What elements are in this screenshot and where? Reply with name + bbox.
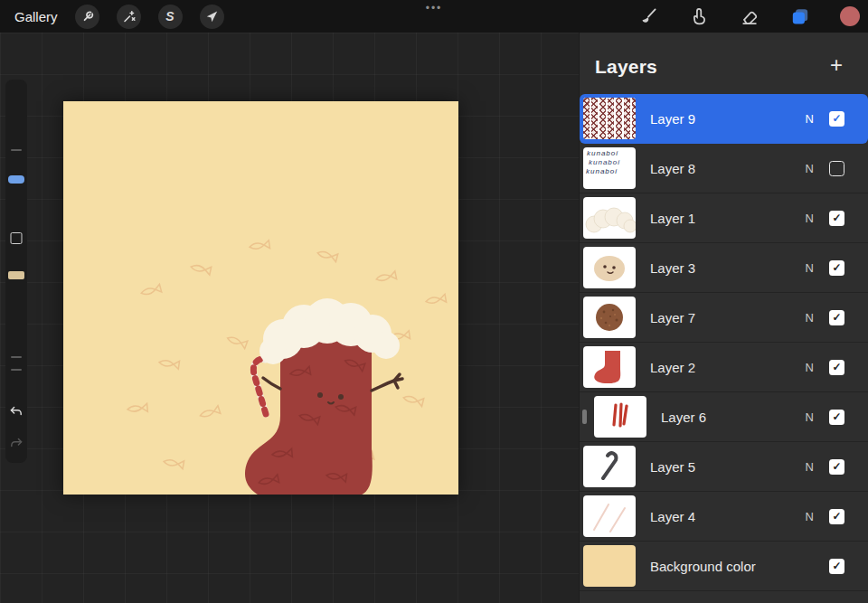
layer-name: Layer 9 bbox=[650, 111, 695, 127]
selection-button[interactable]: S bbox=[158, 5, 183, 29]
blend-mode-badge[interactable]: N bbox=[806, 162, 814, 175]
layer-name: Layer 1 bbox=[650, 211, 695, 226]
layer-thumbnail[interactable] bbox=[583, 446, 636, 487]
visibility-checkbox[interactable]: ✓ bbox=[829, 360, 844, 375]
layer-row-background-color[interactable]: Background color ✓ bbox=[580, 542, 868, 591]
layer-name: Layer 7 bbox=[650, 310, 695, 325]
handwriting-preview: kunaboi kunaboi kunaboi bbox=[587, 149, 636, 189]
layer-thumbnail[interactable] bbox=[594, 396, 646, 438]
layer-thumbnail[interactable] bbox=[583, 98, 636, 139]
layer-row-layer-1[interactable]: Layer 1 N ✓ bbox=[580, 193, 868, 243]
blend-mode-badge[interactable]: N bbox=[806, 311, 814, 325]
blend-mode-badge[interactable]: N bbox=[806, 361, 814, 374]
magic-wand-icon bbox=[120, 8, 137, 24]
layer-thumbnail[interactable] bbox=[583, 346, 636, 388]
blend-mode-badge[interactable]: N bbox=[806, 112, 814, 126]
visibility-checkbox[interactable]: ✓ bbox=[829, 310, 844, 325]
blend-mode-badge[interactable]: N bbox=[806, 460, 814, 474]
visibility-checkbox[interactable]: ✓ bbox=[829, 260, 844, 276]
transform-button[interactable] bbox=[200, 5, 224, 29]
sidebar-sliders bbox=[5, 80, 27, 463]
layers-button[interactable] bbox=[789, 5, 811, 27]
layer-thumbnail[interactable]: kunaboi kunaboi kunaboi bbox=[583, 147, 636, 189]
thumb-fragment bbox=[582, 410, 587, 424]
wrench-icon bbox=[79, 8, 95, 24]
visibility-checkbox[interactable]: ✓ bbox=[829, 111, 844, 127]
adjustments-button[interactable] bbox=[117, 5, 141, 29]
visibility-checkbox[interactable]: ✓ bbox=[829, 410, 844, 425]
brush-size-slider[interactable] bbox=[8, 175, 24, 184]
layer-name: Background color bbox=[650, 559, 756, 574]
stocking-artwork bbox=[63, 101, 458, 495]
layer-row-layer-3[interactable]: Layer 3 N ✓ bbox=[580, 243, 868, 293]
blend-mode-badge[interactable]: N bbox=[806, 410, 814, 424]
layer-thumbnail[interactable] bbox=[583, 197, 636, 239]
layer-row-layer-5[interactable]: Layer 5 N ✓ bbox=[580, 442, 868, 492]
slider-tick bbox=[11, 149, 22, 151]
slider-tick bbox=[11, 369, 22, 371]
layer-thumbnail[interactable] bbox=[583, 495, 636, 537]
visibility-checkbox[interactable]: ✓ bbox=[829, 559, 844, 574]
slider-tick bbox=[11, 356, 22, 358]
smudge-button[interactable] bbox=[688, 5, 710, 27]
layer-name: Layer 8 bbox=[650, 161, 695, 176]
gallery-button[interactable]: Gallery bbox=[14, 9, 58, 24]
layer-row-layer-8[interactable]: kunaboi kunaboi kunaboi Layer 8 N bbox=[580, 144, 868, 193]
layer-name: Layer 4 bbox=[650, 509, 695, 524]
redo-button[interactable] bbox=[9, 436, 24, 450]
drawing-canvas[interactable] bbox=[63, 101, 458, 495]
layer-thumbnail[interactable] bbox=[583, 297, 636, 338]
layer-thumbnail[interactable] bbox=[583, 247, 636, 288]
visibility-checkbox[interactable] bbox=[829, 161, 844, 176]
layer-name: Layer 2 bbox=[650, 360, 695, 375]
blend-mode-badge[interactable]: N bbox=[806, 261, 814, 275]
add-layer-button[interactable]: + bbox=[830, 56, 843, 74]
modify-button[interactable] bbox=[11, 232, 23, 244]
layer-row-layer-6[interactable]: Layer 6 N ✓ bbox=[580, 392, 868, 442]
eraser-button[interactable] bbox=[739, 5, 760, 27]
selection-s-icon: S bbox=[165, 9, 174, 24]
canvas-workspace bbox=[0, 33, 579, 603]
blend-mode-badge[interactable]: N bbox=[806, 212, 814, 225]
layer-name: Layer 5 bbox=[650, 459, 695, 475]
active-color-button[interactable] bbox=[840, 6, 860, 26]
layer-row-layer-4[interactable]: Layer 4 N ✓ bbox=[580, 492, 868, 542]
layer-row-layer-9[interactable]: Layer 9 N ✓ bbox=[580, 94, 868, 144]
undo-button[interactable] bbox=[9, 404, 24, 419]
visibility-checkbox[interactable]: ✓ bbox=[829, 509, 844, 524]
layer-row-layer-7[interactable]: Layer 7 N ✓ bbox=[580, 293, 868, 343]
blend-mode-badge[interactable]: N bbox=[806, 510, 814, 523]
visibility-checkbox[interactable]: ✓ bbox=[829, 211, 844, 226]
layer-row-layer-2[interactable]: Layer 2 N ✓ bbox=[580, 343, 868, 392]
layers-title: Layers bbox=[595, 56, 657, 78]
layers-panel: Layers + Layer 9 N ✓ kunaboi kunaboi kun… bbox=[579, 33, 868, 603]
paint-tools-group bbox=[637, 0, 868, 33]
layers-panel-header: Layers + bbox=[580, 33, 868, 94]
opacity-slider[interactable] bbox=[8, 271, 24, 279]
visibility-checkbox[interactable]: ✓ bbox=[829, 459, 844, 475]
arrow-cursor-icon bbox=[203, 8, 220, 24]
layer-name: Layer 6 bbox=[661, 410, 706, 425]
brush-button[interactable] bbox=[637, 5, 659, 27]
layer-name: Layer 3 bbox=[650, 260, 695, 276]
top-toolbar: Gallery S bbox=[0, 0, 868, 33]
background-color-swatch[interactable] bbox=[583, 545, 636, 587]
actions-button[interactable] bbox=[75, 5, 99, 29]
